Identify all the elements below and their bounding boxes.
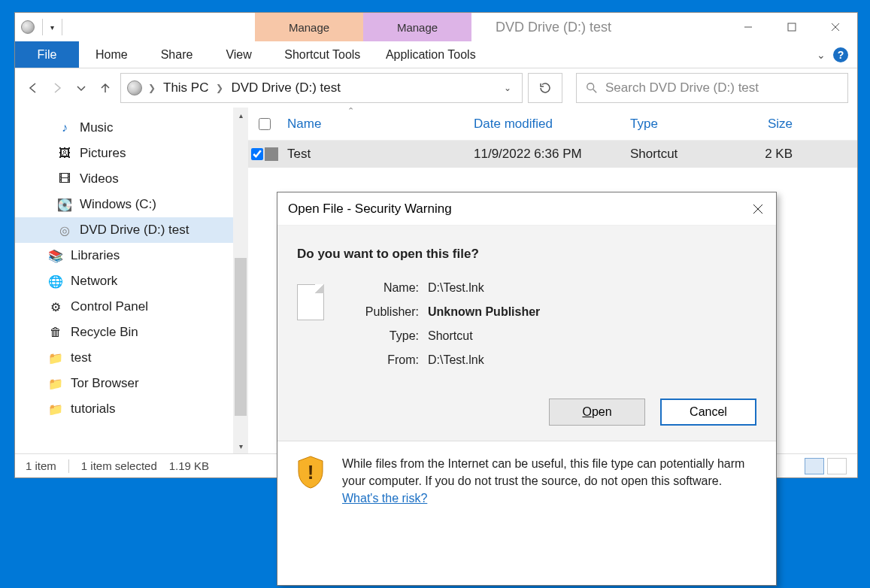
svg-text:!: ! bbox=[308, 461, 314, 483]
sidebar-item-label: Windows (C:) bbox=[80, 197, 156, 212]
sidebar-item[interactable]: 📁Tor Browser bbox=[15, 371, 248, 396]
divider bbox=[68, 459, 69, 473]
sidebar-item-label: tutorials bbox=[71, 402, 116, 417]
tab-share[interactable]: Share bbox=[144, 41, 210, 68]
status-item-count: 1 item bbox=[26, 459, 56, 472]
column-header-row: ⌃ Name Date modified Type Size bbox=[248, 108, 857, 141]
sidebar-item-icon: 💽 bbox=[57, 197, 72, 212]
label-publisher: Publisher: bbox=[345, 305, 428, 319]
help-icon[interactable]: ? bbox=[833, 47, 848, 62]
back-button[interactable] bbox=[24, 79, 42, 97]
minimize-button[interactable] bbox=[726, 13, 770, 41]
sidebar-item[interactable]: ⚙Control Panel bbox=[15, 294, 248, 320]
window-controls bbox=[726, 13, 857, 41]
view-details-button[interactable] bbox=[805, 458, 824, 474]
chevron-right-icon[interactable]: ❯ bbox=[216, 83, 223, 93]
sidebar-item[interactable]: 📁test bbox=[15, 345, 248, 371]
breadcrumb-this-pc[interactable]: This PC bbox=[159, 80, 213, 95]
sidebar-item[interactable]: ◎DVD Drive (D:) test bbox=[15, 217, 248, 243]
close-button[interactable] bbox=[814, 13, 857, 41]
scroll-up-icon[interactable]: ▴ bbox=[233, 108, 248, 123]
value-from: D:\Test.lnk bbox=[428, 353, 540, 367]
view-thumbnails-button[interactable] bbox=[827, 458, 847, 474]
titlebar: ▾ Manage Manage DVD Drive (D:) test bbox=[15, 13, 857, 41]
security-warning-dialog: Open File - Security Warning Do you want… bbox=[277, 192, 777, 586]
sidebar-scrollbar[interactable]: ▴ ▾ bbox=[233, 108, 248, 453]
sidebar-item-label: Videos bbox=[80, 171, 119, 186]
column-header-date[interactable]: Date modified bbox=[468, 117, 624, 132]
ribbon-collapse-icon[interactable]: ⌄ bbox=[817, 49, 826, 61]
sidebar-item-label: Music bbox=[80, 120, 113, 135]
sidebar-item-label: test bbox=[71, 350, 91, 365]
disc-icon bbox=[127, 80, 142, 95]
window-title: DVD Drive (D:) test bbox=[480, 13, 626, 41]
refresh-button[interactable] bbox=[528, 73, 562, 103]
label-name: Name: bbox=[345, 281, 428, 295]
ribbon-tabs: File Home Share View Shortcut Tools Appl… bbox=[15, 41, 857, 68]
dialog-title: Open File - Security Warning bbox=[288, 202, 452, 217]
file-row-checkbox[interactable] bbox=[251, 148, 263, 160]
address-bar[interactable]: ❯ This PC ❯ DVD Drive (D:) test ⌄ bbox=[120, 73, 523, 103]
sidebar-item[interactable]: 🗑Recycle Bin bbox=[15, 320, 248, 345]
forward-button[interactable] bbox=[48, 79, 66, 97]
value-type: Shortcut bbox=[428, 329, 540, 343]
column-header-type[interactable]: Type bbox=[624, 117, 723, 132]
tab-view[interactable]: View bbox=[209, 41, 268, 68]
shield-warning-icon: ! bbox=[296, 455, 326, 489]
file-date: 11/9/2022 6:36 PM bbox=[468, 147, 624, 162]
whats-the-risk-link[interactable]: What's the risk? bbox=[342, 492, 427, 505]
up-button[interactable] bbox=[96, 79, 114, 97]
file-icon bbox=[297, 284, 324, 320]
sidebar-item[interactable]: 🌐Network bbox=[15, 268, 248, 294]
sidebar-item-icon: 🎞 bbox=[57, 171, 72, 186]
tab-home[interactable]: Home bbox=[79, 41, 144, 68]
search-input[interactable] bbox=[605, 80, 838, 95]
quick-access-toolbar: ▾ bbox=[15, 13, 70, 41]
recent-dropdown[interactable] bbox=[72, 79, 90, 97]
scroll-thumb[interactable] bbox=[235, 258, 247, 416]
scroll-down-icon[interactable]: ▾ bbox=[233, 438, 248, 453]
value-publisher: Unknown Publisher bbox=[428, 305, 540, 319]
label-type: Type: bbox=[345, 329, 428, 343]
sidebar-item[interactable]: ♪Music bbox=[15, 115, 248, 141]
dialog-warning-footer: ! While files from the Internet can be u… bbox=[277, 441, 776, 521]
sidebar-item-label: Libraries bbox=[71, 248, 120, 263]
sidebar-item-icon: 📁 bbox=[48, 402, 63, 417]
qat-dropdown-icon[interactable]: ▾ bbox=[50, 23, 54, 32]
dialog-body: Do you want to open this file? Name: D:\… bbox=[277, 226, 776, 441]
sidebar-item-icon: 📚 bbox=[48, 248, 63, 263]
tab-application-tools[interactable]: Application Tools bbox=[377, 41, 485, 68]
maximize-button[interactable] bbox=[770, 13, 814, 41]
sidebar-item[interactable]: 🎞Videos bbox=[15, 166, 248, 192]
file-row[interactable]: Test11/9/2022 6:36 PMShortcut2 KB bbox=[248, 141, 857, 168]
sidebar-item-label: Recycle Bin bbox=[71, 325, 138, 340]
chevron-right-icon[interactable]: ❯ bbox=[148, 83, 156, 93]
divider bbox=[42, 19, 43, 35]
dialog-close-button[interactable] bbox=[750, 202, 765, 217]
file-properties: Name: D:\Test.lnk Publisher: Unknown Pub… bbox=[345, 281, 540, 367]
warning-text: While files from the Internet can be use… bbox=[342, 455, 758, 508]
sidebar-item[interactable]: 🖼Pictures bbox=[15, 141, 248, 166]
value-name: D:\Test.lnk bbox=[428, 281, 540, 295]
breadcrumb-drive[interactable]: DVD Drive (D:) test bbox=[226, 80, 344, 95]
sidebar-item-icon: 📁 bbox=[48, 350, 63, 365]
column-header-name[interactable]: Name bbox=[281, 117, 468, 132]
open-button[interactable]: Open bbox=[549, 399, 645, 426]
sidebar-item-icon: ♪ bbox=[57, 120, 72, 135]
sidebar-item-icon: ⚙ bbox=[48, 299, 63, 314]
svg-point-4 bbox=[587, 83, 594, 90]
file-size: 2 KB bbox=[723, 147, 799, 162]
tab-shortcut-tools[interactable]: Shortcut Tools bbox=[268, 41, 377, 68]
sidebar-item[interactable]: 📚Libraries bbox=[15, 243, 248, 268]
column-header-size[interactable]: Size bbox=[723, 117, 799, 132]
cancel-button[interactable]: Cancel bbox=[660, 399, 756, 426]
svg-rect-1 bbox=[788, 23, 796, 31]
divider bbox=[62, 19, 62, 35]
address-dropdown-icon[interactable]: ⌄ bbox=[496, 83, 519, 93]
select-all-checkbox[interactable] bbox=[259, 118, 271, 130]
search-box[interactable] bbox=[576, 73, 848, 103]
sidebar-item[interactable]: 📁tutorials bbox=[15, 396, 248, 422]
file-tab[interactable]: File bbox=[15, 41, 79, 68]
context-header-application: Manage bbox=[363, 13, 471, 41]
sidebar-item[interactable]: 💽Windows (C:) bbox=[15, 192, 248, 217]
